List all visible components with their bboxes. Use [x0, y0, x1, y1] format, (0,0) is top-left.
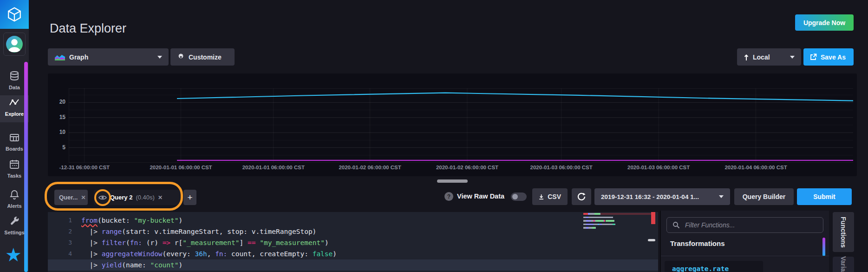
- close-icon[interactable]: ✕: [81, 194, 85, 201]
- x-tick-label: 2020-01-01 06:00:00 CST: [242, 165, 305, 170]
- tab-functions[interactable]: Functions: [833, 212, 854, 252]
- submit-button[interactable]: Submit: [797, 188, 852, 205]
- code-token: "my_measurement": [260, 239, 325, 246]
- functions-panel: Transformations aggregate.rate: [660, 211, 829, 272]
- x-tick-label: -12-31 06:00:00 CST: [59, 165, 110, 170]
- save-as-button[interactable]: Save As: [803, 48, 854, 66]
- code-token: ,: [207, 250, 215, 258]
- code-line[interactable]: from(bucket: "my-bucket"): [81, 215, 658, 226]
- wrench-icon: [9, 220, 20, 228]
- view-raw-data-label: View Raw Data: [457, 192, 504, 200]
- refresh-icon: [577, 192, 586, 201]
- tab-variables[interactable]: Variables: [833, 257, 854, 272]
- line-number: 2: [48, 226, 72, 237]
- search-input[interactable]: [684, 221, 817, 229]
- panel-resize-handle[interactable]: [437, 179, 468, 183]
- time-range-dropdown[interactable]: 2019-12-31 16:32 - 2020-01-04 1...: [594, 188, 730, 205]
- graph-panel: 5101520 -12-31 06:00:00 CST2020-01-01 06…: [48, 73, 857, 176]
- upgrade-now-label: Upgrade Now: [803, 19, 845, 27]
- y-tick-label: 20: [48, 99, 65, 105]
- divider: [661, 256, 829, 256]
- code-token: false: [313, 250, 333, 258]
- avatar-person-icon: [6, 35, 23, 53]
- code-token: ]: [240, 239, 248, 246]
- flux-script-editor[interactable]: 12345 from(bucket: "my-bucket") |> range…: [48, 212, 658, 272]
- bell-icon: [9, 194, 20, 202]
- code-line[interactable]: |> aggregateWindow(every: 36h, fn: count…: [81, 248, 658, 259]
- user-avatar[interactable]: [3, 33, 26, 56]
- code-token: r[: [170, 239, 183, 246]
- code-token: (name:: [122, 261, 150, 269]
- y-tick-label: 15: [48, 114, 65, 120]
- plus-icon: +: [187, 192, 192, 203]
- add-query-button[interactable]: +: [183, 190, 196, 205]
- code-token: 36h: [195, 250, 207, 258]
- page-scrollbar[interactable]: [24, 62, 28, 272]
- code-token: count, createEmpty:: [227, 250, 312, 258]
- code-token: fn:: [130, 239, 142, 246]
- eye-icon[interactable]: [98, 194, 107, 201]
- chevron-down-icon: [157, 56, 162, 59]
- code-token: "my-bucket": [134, 217, 179, 224]
- save-as-label: Save As: [821, 53, 846, 61]
- code-token: fn:: [215, 250, 227, 258]
- close-icon[interactable]: ✕: [158, 194, 163, 201]
- help-icon[interactable]: ?: [444, 192, 453, 201]
- code-token: ): [179, 261, 183, 269]
- customize-label: Customize: [189, 53, 222, 61]
- series-line: [177, 93, 853, 101]
- influxdb-logo[interactable]: [0, 0, 29, 29]
- time-range-label: 2019-12-31 16:32 - 2020-01-04 1...: [601, 193, 699, 200]
- editor-code[interactable]: from(bucket: "my-bucket") |> range(start…: [81, 215, 658, 271]
- code-line[interactable]: |> filter(fn: (r) => r["_measurement"] =…: [81, 237, 658, 248]
- code-line[interactable]: |> yield(name: "count"): [48, 259, 658, 271]
- code-line[interactable]: |> range(start: v.timeRangeStart, stop: …: [81, 226, 658, 237]
- panel-divider-handle[interactable]: [648, 239, 655, 241]
- query-tab-1-label: Quer...: [59, 194, 78, 201]
- code-token: ): [179, 217, 183, 224]
- line-chart-plot[interactable]: [69, 88, 853, 163]
- x-tick-label: 2020-01-02 06:00:00 CST: [436, 165, 498, 170]
- code-token: from: [81, 217, 98, 224]
- minimap-line: [583, 227, 652, 229]
- code-token: |>: [81, 228, 102, 235]
- sidebar: DataExploreBoardsTasksAlertsSettings ★: [0, 0, 29, 272]
- functions-scrollbar[interactable]: [822, 238, 825, 256]
- function-item[interactable]: aggregate.rate: [665, 261, 763, 272]
- query-builder-button[interactable]: Query Builder: [734, 188, 794, 205]
- code-token: |>: [81, 250, 102, 258]
- query-tab-1[interactable]: Quer... ✕: [54, 190, 88, 205]
- error-indicator: [651, 212, 655, 224]
- line-number: 4: [48, 248, 72, 259]
- export-icon: [810, 53, 817, 60]
- calendar-icon: [9, 164, 20, 172]
- code-token: (r): [142, 239, 163, 246]
- editor-minimap[interactable]: [583, 213, 652, 241]
- filter-functions-search[interactable]: [666, 217, 823, 233]
- code-token: "count": [150, 261, 178, 269]
- write-target-dropdown[interactable]: Local: [737, 48, 801, 66]
- code-token: |>: [81, 239, 102, 246]
- download-csv-button[interactable]: CSV: [532, 188, 568, 205]
- upgrade-now-button[interactable]: Upgrade Now: [795, 14, 854, 31]
- x-tick-label: 2020-01-01 06:00:00 CST: [150, 165, 212, 170]
- visualization-type-dropdown[interactable]: Graph: [48, 48, 169, 66]
- view-raw-data-toggle[interactable]: [511, 192, 527, 201]
- minimap-line: [583, 220, 652, 222]
- database-icon: [9, 75, 20, 83]
- star-icon[interactable]: ★: [5, 245, 22, 264]
- functions-section-title: Transformations: [670, 239, 725, 247]
- toggle-knob: [512, 194, 518, 199]
- pulse-line-icon: [9, 102, 20, 110]
- download-icon: [539, 193, 544, 200]
- customize-button[interactable]: Customize: [170, 48, 235, 66]
- query-tab-2-label: Query 2: [110, 194, 132, 201]
- code-token: ==: [248, 239, 255, 246]
- refresh-button[interactable]: [572, 188, 591, 205]
- write-target-label: Local: [753, 53, 770, 61]
- y-tick-label: 10: [48, 129, 65, 135]
- code-token: "_measurement": [183, 239, 239, 246]
- chevron-down-icon: [790, 56, 795, 59]
- minimap-line: [583, 213, 652, 215]
- query-tab-2[interactable]: Query 2 (0.40s) ✕: [94, 190, 180, 205]
